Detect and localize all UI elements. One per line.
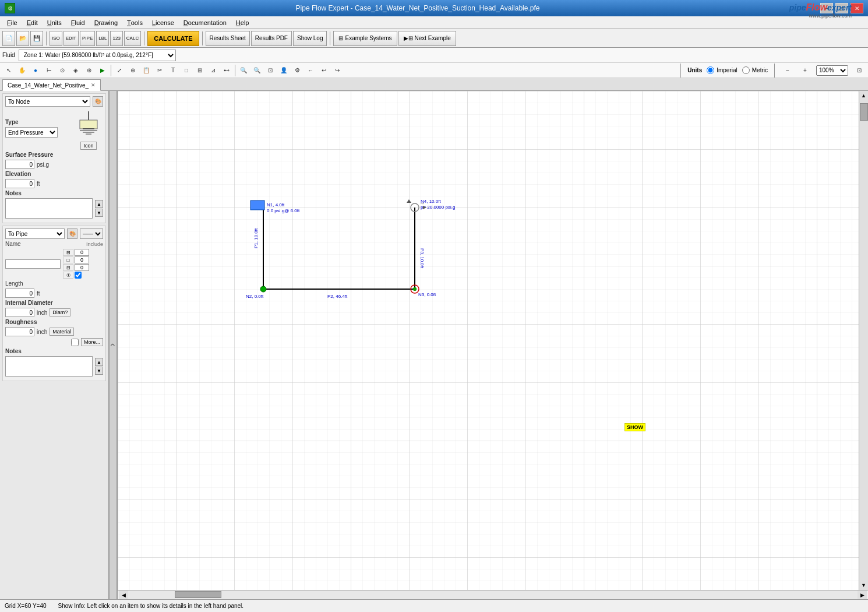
tab-close-icon[interactable]: ✕ [91, 82, 96, 88]
node-n1-symbol[interactable] [250, 201, 264, 210]
node-icon[interactable]: ● [29, 64, 42, 77]
select-icon[interactable]: ↖ [2, 64, 15, 77]
pipe2-icon[interactable]: ⊷ [220, 64, 233, 77]
zoom-fit-btn[interactable]: ⊡ [853, 64, 866, 77]
v-scroll-up-btn[interactable]: ▲ [859, 91, 869, 100]
calc-small-button[interactable]: CALC [124, 31, 141, 46]
elevation-input[interactable] [5, 179, 34, 188]
to-pipe-select[interactable]: To Pipe [5, 228, 65, 239]
node-notes-textarea[interactable] [5, 198, 93, 219]
zoom-plus-btn[interactable]: + [799, 64, 811, 77]
results-pdf-button[interactable]: Results PDF [251, 31, 292, 46]
menu-units[interactable]: Units [43, 16, 66, 29]
include-val-1[interactable] [75, 249, 89, 256]
move-icon[interactable]: ⤢ [113, 64, 126, 77]
iso-button[interactable]: ISO [50, 31, 62, 46]
node-n2-symbol[interactable] [260, 286, 266, 292]
show-log-button[interactable]: Show Log [293, 31, 327, 46]
diam-btn[interactable]: Diam? [50, 308, 70, 316]
pipe-notes-down-btn[interactable]: ▼ [95, 367, 103, 375]
component-icon[interactable]: ⊛ [83, 64, 96, 77]
fit-icon[interactable]: ⊡ [264, 64, 277, 77]
show-badge[interactable]: SHOW [624, 423, 645, 431]
v-scroll-thumb[interactable] [860, 103, 868, 121]
route-icon[interactable]: ⊿ [207, 64, 220, 77]
pipe-button[interactable]: PIPE [80, 31, 95, 46]
delete-icon[interactable]: ✂ [153, 64, 166, 77]
h-scroll-track[interactable] [128, 590, 858, 599]
include-checkbox[interactable] [75, 272, 82, 279]
valve-icon[interactable]: ◈ [69, 64, 82, 77]
surface-pressure-input[interactable] [5, 160, 34, 169]
h-scroll-right-btn[interactable]: ▶ [858, 590, 867, 600]
h-scroll-thumb[interactable] [175, 591, 221, 598]
imperial-radio[interactable] [707, 66, 714, 74]
v-scroll-track[interactable] [859, 100, 868, 581]
misc-icon[interactable]: ⊞ [193, 64, 206, 77]
arrow-left-icon[interactable]: ← [304, 64, 317, 77]
pipe-diagram[interactable]: P1, 10.0ft P2, 46.4ft P3, 10.0ft N1, 4.0… [118, 91, 859, 590]
notes-down-btn[interactable]: ▼ [95, 209, 103, 217]
zoom-out-icon[interactable]: 🔍 [250, 64, 263, 77]
lbl-button[interactable]: LBL [96, 31, 109, 46]
menu-license[interactable]: License [147, 16, 179, 29]
start-icon[interactable]: ▶ [96, 64, 109, 77]
int-diameter-input[interactable] [5, 308, 34, 317]
menu-fluid[interactable]: Fluid [66, 16, 90, 29]
line-style-select[interactable]: ─── [80, 228, 103, 239]
123-button[interactable]: 123 [110, 31, 122, 46]
text-icon[interactable]: T [167, 64, 179, 77]
notes-up-btn[interactable]: ▲ [95, 200, 103, 208]
fluid-select[interactable]: Zone 1: Water [59.806000 lb/ft³ at 0.0ps… [19, 50, 176, 61]
pipe-notes-textarea[interactable] [5, 356, 93, 377]
zoom-minus-btn[interactable]: − [781, 64, 794, 77]
metric-radio[interactable] [742, 66, 750, 74]
open-button[interactable]: 📂 [16, 31, 29, 46]
node-color-btn[interactable]: 🎨 [93, 96, 103, 107]
pump-icon[interactable]: ⊙ [56, 64, 69, 77]
icon-label-btn[interactable]: Icon [80, 142, 96, 150]
horizontal-scrollbar[interactable]: ◀ ▶ [118, 590, 868, 599]
v-scroll-down-btn[interactable]: ▼ [859, 581, 869, 590]
length-input[interactable] [5, 289, 34, 298]
menu-drawing[interactable]: Drawing [90, 16, 122, 29]
zoom-select[interactable]: 100% [816, 65, 848, 76]
menu-documentation[interactable]: Documentation [179, 16, 231, 29]
tab-case14[interactable]: Case_14_Water_Net_Positive_ ✕ [2, 79, 101, 91]
h-scroll-left-btn[interactable]: ◀ [119, 590, 128, 600]
adduser-icon[interactable]: 👤 [277, 64, 290, 77]
next-example-button[interactable]: ▶⊞ Next Example [398, 31, 456, 46]
include-val-3[interactable] [75, 264, 89, 271]
rect-icon[interactable]: □ [180, 64, 193, 77]
menu-help[interactable]: Help [231, 16, 254, 29]
pipe-draw-icon[interactable]: ⊢ [43, 64, 55, 77]
pipe-color-btn[interactable]: 🎨 [67, 228, 77, 239]
roughness-input[interactable] [5, 327, 34, 336]
collapse-panel-button[interactable]: ‹ [110, 91, 118, 599]
to-node-select[interactable]: To Node [5, 96, 90, 107]
include-val-2[interactable] [75, 256, 89, 263]
pan-icon[interactable]: ✋ [16, 64, 29, 77]
menu-tools[interactable]: Tools [122, 16, 147, 29]
example-systems-button[interactable]: ⊞ Example Systems [333, 31, 397, 46]
menu-file[interactable]: File [2, 16, 22, 29]
canvas-area[interactable]: P1, 10.0ft P2, 46.4ft P3, 10.0ft N1, 4.0… [118, 91, 859, 590]
results-sheet-button[interactable]: Results Sheet [206, 31, 250, 46]
settings-icon[interactable]: ⚙ [291, 64, 304, 77]
vertical-scrollbar[interactable]: ▲ ▼ [859, 91, 868, 590]
save-button[interactable]: 💾 [30, 31, 43, 46]
redo-icon[interactable]: ↪ [331, 64, 344, 77]
material-btn[interactable]: Material [50, 328, 74, 336]
type-select[interactable]: End Pressure [5, 127, 58, 138]
paste-icon[interactable]: 📋 [140, 64, 153, 77]
more-checkbox[interactable] [71, 339, 79, 346]
zoom-in-icon[interactable]: 🔍 [237, 64, 250, 77]
edit-button[interactable]: EDIT [63, 31, 79, 46]
new-button[interactable]: 📄 [2, 31, 15, 46]
copy-icon[interactable]: ⊕ [126, 64, 139, 77]
calculate-button[interactable]: CALCULATE [147, 31, 199, 46]
menu-edit[interactable]: Edit [22, 16, 43, 29]
more-btn[interactable]: More... [81, 338, 103, 346]
pipe-name-input[interactable] [5, 259, 61, 269]
undo-icon[interactable]: ↩ [317, 64, 330, 77]
